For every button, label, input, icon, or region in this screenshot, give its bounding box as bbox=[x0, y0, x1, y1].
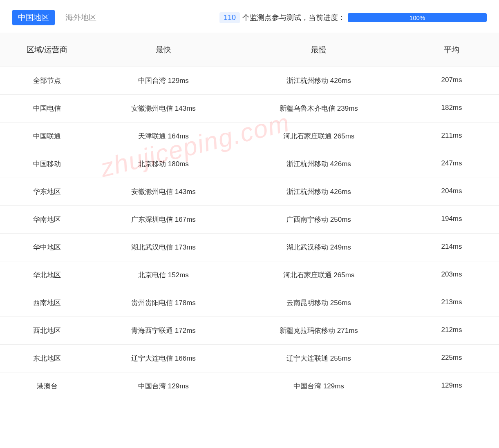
table-row[interactable]: 中国移动 北京移动 180ms 浙江杭州移动 426ms 247ms bbox=[0, 150, 499, 178]
cell-region: 华东地区 bbox=[0, 187, 94, 196]
cell-avg: 203ms bbox=[405, 270, 499, 280]
cell-slowest: 广西南宁移动 250ms bbox=[233, 215, 405, 224]
table-row[interactable]: 西北地区 青海西宁联通 172ms 新疆克拉玛依移动 271ms 212ms bbox=[0, 317, 499, 345]
cell-slowest: 浙江杭州移动 426ms bbox=[233, 187, 405, 196]
cell-slowest: 新疆乌鲁木齐电信 239ms bbox=[233, 104, 405, 113]
cell-fastest: 北京电信 152ms bbox=[94, 270, 233, 280]
cell-region: 华中地区 bbox=[0, 243, 94, 252]
cell-fastest: 湖北武汉电信 173ms bbox=[94, 243, 233, 252]
table-row[interactable]: 西南地区 贵州贵阳电信 178ms 云南昆明移动 256ms 213ms bbox=[0, 289, 499, 317]
cell-avg: 207ms bbox=[405, 76, 499, 85]
cell-avg: 211ms bbox=[405, 132, 499, 141]
cell-avg: 214ms bbox=[405, 243, 499, 252]
header-slowest: 最慢 bbox=[233, 45, 405, 55]
cell-slowest: 新疆克拉玛依移动 271ms bbox=[233, 326, 405, 335]
tab-overseas[interactable]: 海外地区 bbox=[60, 10, 102, 25]
table-row[interactable]: 东北地区 辽宁大连电信 166ms 辽宁大连联通 255ms 225ms bbox=[0, 345, 499, 372]
header-fastest: 最快 bbox=[94, 45, 233, 55]
cell-slowest: 中国台湾 129ms bbox=[233, 381, 405, 391]
cell-slowest: 辽宁大连联通 255ms bbox=[233, 354, 405, 363]
cell-avg: 213ms bbox=[405, 298, 499, 308]
cell-fastest: 安徽滁州电信 143ms bbox=[94, 104, 233, 113]
table-row[interactable]: 华南地区 广东深圳电信 167ms 广西南宁移动 250ms 194ms bbox=[0, 206, 499, 234]
cell-fastest: 中国台湾 129ms bbox=[94, 381, 233, 391]
results-table: 区域/运营商 最快 最慢 平均 全部节点 中国台湾 129ms 浙江杭州移动 4… bbox=[0, 33, 499, 400]
table-row[interactable]: 中国电信 安徽滁州电信 143ms 新疆乌鲁木齐电信 239ms 182ms bbox=[0, 95, 499, 123]
cell-avg: 225ms bbox=[405, 354, 499, 363]
tab-china[interactable]: 中国地区 bbox=[12, 10, 55, 25]
progress-area: 110 个监测点参与测试，当前进度： 100% bbox=[219, 12, 487, 23]
header-region: 区域/运营商 bbox=[0, 45, 94, 55]
cell-avg: 129ms bbox=[405, 381, 499, 391]
cell-fastest: 北京移动 180ms bbox=[94, 159, 233, 169]
cell-region: 中国电信 bbox=[0, 104, 94, 113]
cell-region: 华南地区 bbox=[0, 215, 94, 224]
header-avg: 平均 bbox=[405, 45, 499, 55]
cell-fastest: 辽宁大连电信 166ms bbox=[94, 354, 233, 363]
table-row[interactable]: 华东地区 安徽滁州电信 143ms 浙江杭州移动 426ms 204ms bbox=[0, 178, 499, 206]
cell-region: 西南地区 bbox=[0, 298, 94, 308]
cell-fastest: 贵州贵阳电信 178ms bbox=[94, 298, 233, 308]
cell-fastest: 天津联通 164ms bbox=[94, 132, 233, 141]
cell-slowest: 河北石家庄联通 265ms bbox=[233, 270, 405, 280]
progress-label: 个监测点参与测试，当前进度： bbox=[242, 13, 345, 22]
cell-avg: 212ms bbox=[405, 326, 499, 335]
cell-fastest: 青海西宁联通 172ms bbox=[94, 326, 233, 335]
cell-avg: 194ms bbox=[405, 215, 499, 224]
progress-bar: 100% bbox=[348, 13, 487, 22]
cell-region: 中国联通 bbox=[0, 132, 94, 141]
cell-region: 中国移动 bbox=[0, 159, 94, 169]
cell-region: 华北地区 bbox=[0, 270, 94, 280]
progress-fill: 100% bbox=[348, 13, 487, 22]
cell-fastest: 广东深圳电信 167ms bbox=[94, 215, 233, 224]
cell-fastest: 中国台湾 129ms bbox=[94, 76, 233, 85]
monitor-count: 110 bbox=[219, 12, 240, 23]
cell-avg: 247ms bbox=[405, 159, 499, 169]
cell-region: 全部节点 bbox=[0, 76, 94, 85]
cell-region: 东北地区 bbox=[0, 354, 94, 363]
top-bar: 中国地区 海外地区 110 个监测点参与测试，当前进度： 100% bbox=[0, 0, 499, 33]
cell-slowest: 浙江杭州移动 426ms bbox=[233, 159, 405, 169]
cell-slowest: 河北石家庄联通 265ms bbox=[233, 132, 405, 141]
table-row[interactable]: 华中地区 湖北武汉电信 173ms 湖北武汉移动 249ms 214ms bbox=[0, 234, 499, 261]
table-row[interactable]: 华北地区 北京电信 152ms 河北石家庄联通 265ms 203ms bbox=[0, 261, 499, 289]
cell-slowest: 湖北武汉移动 249ms bbox=[233, 243, 405, 252]
cell-avg: 204ms bbox=[405, 187, 499, 196]
table-row[interactable]: 港澳台 中国台湾 129ms 中国台湾 129ms 129ms bbox=[0, 372, 499, 400]
table-header: 区域/运营商 最快 最慢 平均 bbox=[0, 33, 499, 67]
cell-avg: 182ms bbox=[405, 104, 499, 113]
table-row[interactable]: 中国联通 天津联通 164ms 河北石家庄联通 265ms 211ms bbox=[0, 123, 499, 150]
cell-region: 港澳台 bbox=[0, 381, 94, 391]
cell-region: 西北地区 bbox=[0, 326, 94, 335]
cell-fastest: 安徽滁州电信 143ms bbox=[94, 187, 233, 196]
cell-slowest: 浙江杭州移动 426ms bbox=[233, 76, 405, 85]
cell-slowest: 云南昆明移动 256ms bbox=[233, 298, 405, 308]
table-row[interactable]: 全部节点 中国台湾 129ms 浙江杭州移动 426ms 207ms bbox=[0, 67, 499, 95]
